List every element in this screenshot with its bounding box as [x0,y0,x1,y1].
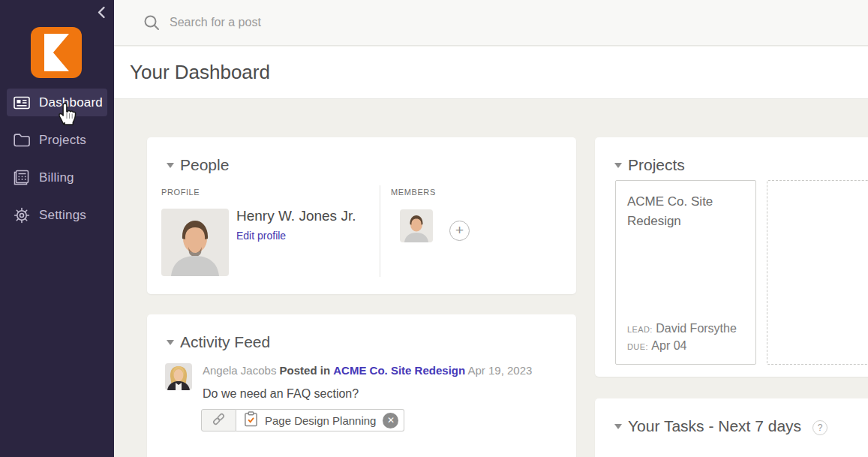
project-lead-label: LEAD: [627,325,653,334]
triangle-collapse-icon[interactable] [614,163,622,168]
question-mark-icon: ? [818,422,823,433]
post-action: Posted in [280,364,331,377]
post-author-avatar [165,363,192,390]
profile-name: Henry W. Jones Jr. [236,208,356,224]
sidebar-item-projects[interactable]: Projects [7,126,107,154]
project-tile[interactable]: ACME Co. Site Redesign LEAD: David Forsy… [615,180,756,365]
post-author: Angela Jacobs [203,364,276,377]
post-project-link[interactable]: ACME Co. Site Redesign [333,364,465,377]
member-avatar[interactable] [400,209,433,242]
project-meta: LEAD: David Forsythe DUE: Apr 04 [627,318,737,353]
post-meta: Angela Jacobs Posted in ACME Co. Site Re… [203,364,532,377]
attachment-body[interactable]: Page Design Planning ✕ [236,409,404,431]
attachment-chip[interactable]: Page Design Planning ✕ [201,409,404,431]
search-input[interactable] [170,16,560,29]
sidebar: Dashboard Projects Billing [0,0,114,457]
edit-profile-link[interactable]: Edit profile [236,230,286,242]
empty-project-slot [767,180,868,365]
people-card: People PROFILE Henry W. Jones Jr. Edit p… [147,137,576,294]
activity-card-title: Activity Feed [180,333,270,351]
triangle-collapse-icon[interactable] [167,163,174,168]
people-card-title: People [180,156,229,174]
dashboard-content: People PROFILE Henry W. Jones Jr. Edit p… [114,100,868,457]
calculator-icon [13,169,30,186]
dashboard-icon [13,94,30,111]
members-section-label: MEMBERS [391,188,436,197]
add-member-button[interactable]: + [449,221,470,241]
app-logo[interactable] [31,27,82,78]
sidebar-item-label: Billing [39,170,74,185]
activity-card-header: Activity Feed [147,314,576,351]
tasks-card-header: Your Tasks - Next 7 days ? [595,398,868,435]
profile-avatar [161,209,229,276]
post-date: Apr 19, 2023 [467,364,532,377]
people-card-divider [380,185,380,277]
gear-icon [13,206,30,224]
clipboard-check-icon [244,411,258,430]
post-text: Do we need an FAQ section? [203,387,359,401]
activity-feed-card: Activity Feed Angela Jacobs Posted in AC… [147,314,576,457]
plus-icon: + [455,223,464,237]
page-header: Your Dashboard [114,47,868,99]
attachment-link-button[interactable] [201,409,236,431]
sidebar-collapse-button[interactable] [93,5,110,23]
app-logo-k-mark [44,34,69,71]
project-due-label: DUE: [627,342,648,351]
sidebar-item-label: Dashboard [39,95,103,110]
project-lead-value: David Forsythe [656,322,737,335]
sidebar-item-billing[interactable]: Billing [7,164,107,191]
sidebar-item-label: Settings [39,208,86,223]
sidebar-item-settings[interactable]: Settings [7,201,107,229]
project-due-value: Apr 04 [651,339,686,352]
profile-section-label: PROFILE [161,188,200,197]
projects-card-header: Projects [595,137,868,174]
people-card-header: People [147,137,576,174]
tasks-card-title: Your Tasks - Next 7 days [628,417,801,435]
help-button[interactable]: ? [812,420,827,435]
chevron-left-icon [97,6,106,22]
projects-card-title: Projects [628,156,685,174]
search-bar [114,0,868,46]
search-icon [143,14,161,32]
tasks-card: Your Tasks - Next 7 days ? [595,398,868,457]
attachment-label: Page Design Planning [265,414,376,427]
x-icon: ✕ [387,415,395,425]
page-title: Your Dashboard [130,61,270,84]
remove-attachment-button[interactable]: ✕ [383,413,398,428]
sidebar-item-dashboard[interactable]: Dashboard [7,89,107,116]
project-name: ACME Co. Site Redesign [627,192,745,232]
triangle-collapse-icon[interactable] [614,424,622,429]
folder-icon [13,131,30,149]
projects-card: Projects ACME Co. Site Redesign LEAD: Da… [595,137,868,377]
triangle-collapse-icon[interactable] [167,340,174,345]
chain-link-icon [212,412,226,429]
sidebar-nav: Dashboard Projects Billing [0,89,114,239]
sidebar-item-label: Projects [39,133,86,148]
